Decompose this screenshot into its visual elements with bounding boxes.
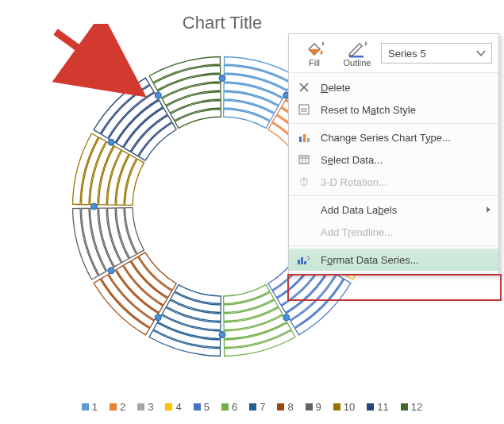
svg-rect-21: [304, 261, 306, 264]
menu-reset-label: Reset to Match Style: [321, 104, 416, 116]
legend-swatch: [82, 403, 89, 411]
series-select-value: Series 5: [388, 48, 426, 60]
legend-label: 9: [316, 401, 321, 413]
legend-label: 7: [260, 401, 265, 413]
legend-swatch: [137, 403, 144, 411]
legend-item[interactable]: 12: [401, 401, 422, 413]
legend-swatch: [249, 403, 256, 411]
legend-item[interactable]: 6: [221, 401, 237, 413]
select-data-icon: [295, 153, 313, 166]
chart-screenshot: Chart Title 123456789101112: [0, 0, 504, 424]
cube-icon: [295, 175, 313, 188]
format-series-icon: [295, 253, 313, 266]
menu-data-labels-label: Add Data Labels: [321, 204, 397, 216]
menu-format-series-label: Format Data Series...: [321, 254, 419, 266]
legend-item[interactable]: 4: [165, 401, 181, 413]
menu-reset[interactable]: Reset to Match Style: [289, 98, 498, 121]
outline-label: Outline: [344, 58, 371, 67]
svg-point-7: [155, 314, 161, 321]
legend-label: 1: [92, 401, 98, 413]
chart-type-icon: [295, 131, 313, 144]
mini-toolbar: Fill Outline Series 5: [289, 34, 498, 73]
reset-icon: [295, 103, 313, 116]
legend-swatch: [333, 403, 340, 411]
chevron-down-icon: [475, 48, 487, 59]
series-select[interactable]: Series 5: [381, 43, 492, 64]
svg-rect-14: [299, 105, 309, 114]
menu-format-series[interactable]: Format Data Series...: [289, 249, 498, 271]
legend-item[interactable]: 8: [277, 401, 293, 413]
legend-swatch: [221, 403, 229, 411]
menu-trendline-label: Add Trendline...: [321, 226, 393, 238]
legend-item[interactable]: 5: [194, 401, 210, 413]
legend-item[interactable]: 11: [367, 401, 388, 413]
context-menu: Fill Outline Series 5: [288, 33, 499, 275]
menu-change-type[interactable]: Change Series Chart Type...: [289, 126, 498, 148]
legend-swatch: [306, 403, 313, 411]
chart-legend[interactable]: 123456789101112: [0, 401, 504, 413]
legend-label: 3: [148, 401, 153, 413]
legend-label: 4: [175, 401, 181, 413]
legend-item[interactable]: 3: [137, 401, 153, 413]
menu-delete[interactable]: Delete: [289, 76, 498, 98]
menu-list: Delete Reset to Match Style Change Serie…: [289, 73, 498, 274]
legend-swatch: [367, 403, 374, 411]
legend-swatch: [194, 403, 201, 411]
menu-select-data[interactable]: Select Data...: [289, 148, 498, 171]
menu-3d-rotation: 3-D Rotation...: [289, 171, 498, 193]
svg-point-10: [108, 139, 114, 145]
legend-swatch: [401, 403, 408, 411]
legend-swatch: [277, 403, 284, 411]
svg-rect-20: [301, 257, 303, 264]
menu-delete-label: Delete: [321, 82, 351, 94]
chart-title[interactable]: Chart Title: [0, 13, 444, 33]
submenu-arrow-icon: [487, 206, 491, 213]
legend-label: 5: [204, 401, 210, 413]
menu-select-data-label: Select Data...: [321, 154, 383, 166]
legend-item[interactable]: 7: [249, 401, 265, 413]
legend-label: 11: [377, 401, 388, 413]
menu-3d-rotation-label: 3-D Rotation...: [321, 176, 387, 188]
svg-rect-16: [303, 134, 306, 142]
svg-point-9: [91, 203, 98, 210]
legend-label: 6: [232, 401, 237, 413]
fill-button[interactable]: Fill: [295, 39, 333, 67]
menu-change-type-label: Change Series Chart Type...: [321, 132, 451, 144]
legend-swatch: [110, 403, 117, 411]
legend-item[interactable]: 1: [82, 401, 98, 413]
svg-point-5: [283, 314, 290, 321]
svg-rect-19: [298, 260, 300, 264]
svg-rect-18: [299, 156, 309, 164]
legend-item[interactable]: 9: [306, 401, 321, 413]
svg-point-6: [219, 332, 225, 338]
legend-label: 8: [287, 401, 293, 413]
menu-trendline: Add Trendline...: [289, 221, 498, 243]
svg-rect-15: [299, 137, 302, 142]
legend-label: 12: [411, 401, 422, 413]
legend-item[interactable]: 10: [333, 401, 355, 413]
legend-swatch: [165, 403, 172, 411]
fill-label: Fill: [309, 58, 320, 67]
legend-label: 2: [120, 401, 125, 413]
svg-point-11: [155, 92, 161, 98]
legend-label: 10: [344, 401, 355, 413]
outline-button[interactable]: Outline: [338, 39, 376, 67]
svg-point-0: [219, 75, 225, 82]
menu-data-labels[interactable]: Add Data Labels: [289, 199, 498, 221]
delete-icon: [295, 81, 313, 94]
svg-rect-17: [307, 138, 310, 142]
svg-point-8: [108, 268, 114, 274]
legend-item[interactable]: 2: [110, 401, 125, 413]
